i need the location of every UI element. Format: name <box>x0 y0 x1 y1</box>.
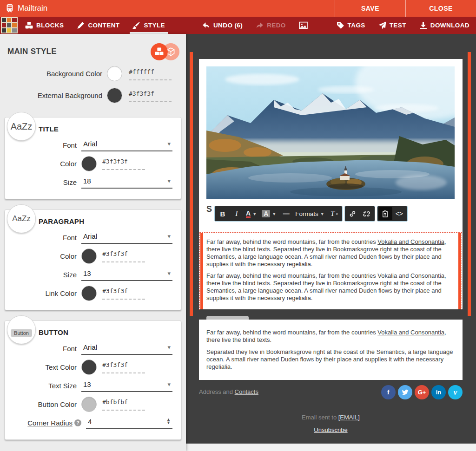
download-label: DOWNLOAD <box>430 22 469 29</box>
rich-text-toolbar: B I A▾ A▾ — Formats ▾ Tx <box>214 206 408 222</box>
tab-blocks[interactable]: BLOCKS <box>19 17 70 34</box>
button-color-value[interactable]: #bfbfbf <box>102 399 128 405</box>
twitter-icon[interactable] <box>398 385 412 399</box>
hero-image[interactable] <box>206 66 455 199</box>
external-background-label: External Background <box>7 92 107 99</box>
bold-button[interactable]: B <box>216 207 230 220</box>
external-background-value[interactable]: #3f3f3f <box>129 90 154 97</box>
facebook-icon[interactable]: f <box>381 385 396 399</box>
email-token-link[interactable]: [EMAIL] <box>338 414 360 421</box>
email-text-block-2[interactable]: Far far away, behind the word mountains,… <box>199 320 463 380</box>
button-color-swatch[interactable] <box>81 397 97 412</box>
paragraph-color-swatch[interactable] <box>81 248 97 264</box>
formats-caret: ▾ <box>320 211 325 216</box>
formats-dropdown[interactable]: Formats ▾ <box>293 207 327 220</box>
paragraph-color-value[interactable]: #3f3f3f <box>102 250 128 257</box>
paragraph-font-select[interactable]: Arial ▾ <box>81 231 172 244</box>
button-text-size-label: Text Size <box>35 382 81 390</box>
button-text-color-swatch[interactable] <box>81 359 97 375</box>
external-background-swatch[interactable] <box>107 88 122 103</box>
unlink-icon <box>363 210 370 217</box>
background-color-caret[interactable]: ▾ <box>271 211 277 216</box>
paragraph-link-color-swatch[interactable] <box>81 286 97 301</box>
title-color-swatch[interactable] <box>81 156 97 171</box>
linkedin-icon[interactable]: in <box>431 385 446 399</box>
address-text: Address and Contacts <box>199 385 258 395</box>
text-color-caret[interactable]: ▾ <box>252 211 257 216</box>
background-color-row: Background Color #ffffff <box>7 66 178 81</box>
save-button[interactable]: SAVE <box>335 0 405 17</box>
tab-blocks-label: BLOCKS <box>36 22 64 29</box>
tab-content-label: CONTENT <box>88 22 119 29</box>
button-font-select[interactable]: Arial ▾ <box>81 342 172 355</box>
undo-icon <box>202 21 210 29</box>
redo-button[interactable]: REDO <box>249 17 292 34</box>
paper-plane-icon <box>378 21 386 29</box>
background-color-swatch[interactable] <box>107 66 122 81</box>
download-button[interactable]: DOWNLOAD <box>413 17 476 34</box>
background-color-value[interactable]: #ffffff <box>129 68 154 75</box>
social-icons: f G+ in v <box>381 385 463 399</box>
paste-as-text-button[interactable] <box>378 207 392 220</box>
close-button[interactable]: CLOSE <box>405 0 476 17</box>
styles-mode-blocks-toggle[interactable] <box>151 43 168 60</box>
button-color-label: Button Color <box>35 400 81 408</box>
image-icon <box>299 21 308 29</box>
link-button[interactable] <box>346 207 360 220</box>
unlink-button[interactable] <box>360 207 374 220</box>
chevron-down-icon: ▾ <box>167 233 172 240</box>
block2-paragraph-2: Separated they live in Bookmarksgrove ri… <box>206 348 455 371</box>
redo-label: REDO <box>267 22 286 29</box>
paragraph-card-heading: PARAGRAPH <box>39 217 172 225</box>
button-badge: Button <box>7 315 36 344</box>
preview-paragraph-2: Far far away, behind the word mountains,… <box>206 272 454 302</box>
tab-content[interactable]: CONTENT <box>70 17 126 34</box>
email-sent-line: Email sent to [EMAIL] <box>199 414 463 421</box>
title-size-select[interactable]: 18 ▾ <box>81 176 172 189</box>
block-selection-bar-right <box>468 52 471 316</box>
vokalia-link-2[interactable]: Vokalia and Consonantia <box>377 329 444 336</box>
button-text-size-select[interactable]: 13 ▾ <box>81 379 172 392</box>
background-color-button[interactable]: A <box>262 210 270 217</box>
paragraph-size-select[interactable]: 13 ▾ <box>81 268 172 281</box>
clear-formatting-button[interactable]: Tx <box>327 207 341 220</box>
gallery-button[interactable] <box>292 17 314 34</box>
train-icon <box>5 3 15 13</box>
chevron-down-icon: ▾ <box>167 177 172 184</box>
test-label: TEST <box>390 22 406 29</box>
vokalia-link[interactable]: Vokalia and Consonantia <box>377 238 444 245</box>
brand-title: Mailtrain <box>18 4 47 13</box>
cubes-icon <box>155 47 164 56</box>
link-icon <box>349 210 356 217</box>
brush-icon <box>132 21 140 29</box>
title-color-value[interactable]: #3f3f3f <box>102 158 128 165</box>
corner-radius-label[interactable]: Corner Radius <box>27 419 73 427</box>
unsubscribe-link[interactable]: Unsubscribe <box>314 426 347 433</box>
contacts-link[interactable]: Contacts <box>235 388 258 395</box>
undo-button[interactable]: UNDO (6) <box>196 17 249 34</box>
spinner-arrows[interactable]: ▲▼ <box>166 418 172 425</box>
title-font-select[interactable]: Arial ▾ <box>81 139 172 151</box>
email-main-block[interactable]: S B I A▾ A▾ — Formats ▾ Tx <box>199 59 463 309</box>
paragraph-link-color-value[interactable]: #3f3f3f <box>102 288 128 294</box>
button-text-color-value[interactable]: #3f3f3f <box>102 361 128 368</box>
tags-button[interactable]: TAGS <box>330 17 372 34</box>
test-button[interactable]: TEST <box>372 17 413 34</box>
download-icon <box>419 21 427 29</box>
editable-text-block[interactable]: Far far away, behind the word mountains,… <box>199 232 462 310</box>
corner-radius-input[interactable]: 4 ▲▼ <box>86 417 172 429</box>
google-plus-icon[interactable]: G+ <box>415 385 429 399</box>
horizontal-rule-button[interactable]: — <box>279 207 293 220</box>
italic-button[interactable]: I <box>230 207 244 220</box>
paragraph-size-label: Size <box>35 271 81 279</box>
help-icon[interactable]: ? <box>74 419 81 426</box>
button-text-color-label: Text Color <box>35 363 81 371</box>
title-style-card: AaZz TITLE Font Arial ▾ Color #3f3f3f Si… <box>5 117 181 199</box>
vimeo-icon[interactable]: v <box>448 385 463 399</box>
title-size-label: Size <box>35 178 81 186</box>
tab-style[interactable]: STYLE <box>126 17 172 34</box>
source-code-button[interactable]: <> <box>392 207 406 220</box>
text-color-button[interactable]: A <box>246 210 251 218</box>
top-bar: Mailtrain SAVE CLOSE <box>0 0 476 17</box>
paragraph-link-color-label: Link Color <box>35 289 81 297</box>
